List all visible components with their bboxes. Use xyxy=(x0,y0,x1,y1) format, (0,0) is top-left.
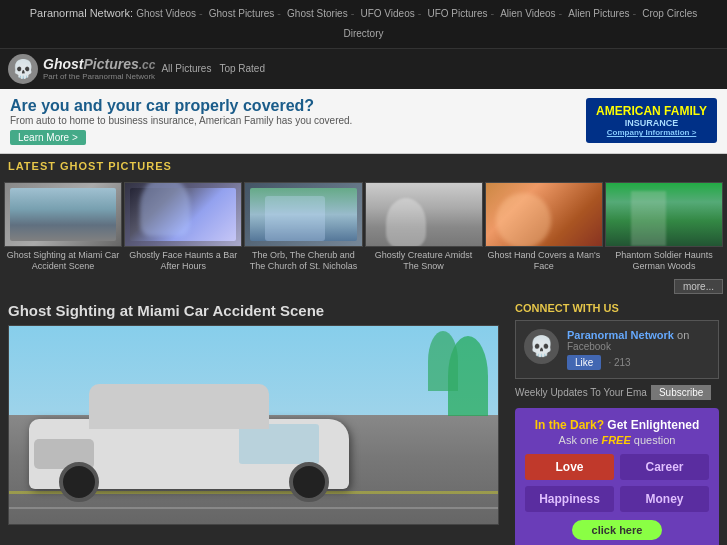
thumb-4[interactable]: Ghostly Creature Amidst The Snow xyxy=(365,182,483,273)
top-navigation: Paranormal Network: Ghost Videos- Ghost … xyxy=(0,0,727,49)
fb-like-button[interactable]: Like xyxy=(567,355,601,370)
site-logo[interactable]: 💀 GhostPictures.cc Part of the Paranorma… xyxy=(8,54,155,84)
fb-text-block: Paranormal Network on Facebook Like · 21… xyxy=(567,329,689,370)
thumb-image-5 xyxy=(485,182,603,247)
article-title: Ghost Sighting at Miami Car Accident Sce… xyxy=(8,302,499,319)
top-rated-link[interactable]: Top Rated xyxy=(219,63,265,74)
thumb-caption-6: Phantom Soldier Haunts German Woods xyxy=(605,250,723,273)
fb-platform-name: Facebook xyxy=(567,341,689,352)
enl-career[interactable]: Career xyxy=(620,454,709,480)
section-title: LATEST GHOST PICTURES xyxy=(0,154,727,178)
click-here-button[interactable]: click here xyxy=(572,520,663,540)
site-header: 💀 GhostPictures.cc Part of the Paranorma… xyxy=(0,49,727,89)
sub-ask: Ask one xyxy=(559,434,599,446)
ad-brand-sub: INSURANCE xyxy=(596,118,707,128)
thumb-5[interactable]: Ghost Hand Covers a Man's Face xyxy=(485,182,603,273)
thumbnail-grid: Ghost Sighting at Miami Car Accident Sce… xyxy=(0,178,727,277)
more-row: more... xyxy=(0,277,727,296)
thumb-caption-5: Ghost Hand Covers a Man's Face xyxy=(485,250,603,273)
fb-network-name: Paranormal Network on xyxy=(567,329,689,341)
nav-directory[interactable]: Directory xyxy=(343,28,383,39)
nav-ufo-pictures[interactable]: UFO Pictures xyxy=(427,8,487,19)
latest-suffix: GHOST PICTURES xyxy=(60,160,172,172)
fb-like-row: Like · 213 xyxy=(567,352,689,370)
thumb-image-1 xyxy=(4,182,122,247)
article-image xyxy=(8,325,499,525)
sub-question: question xyxy=(634,434,676,446)
nav-ghost-pictures[interactable]: Ghost Pictures xyxy=(209,8,275,19)
fb-platform: on xyxy=(677,329,689,341)
connect-title: CONNECT WITH US xyxy=(515,302,719,314)
advertisement-banner: Are you and your car properly covered? F… xyxy=(0,89,727,154)
connect-suffix: WITH US xyxy=(572,302,618,314)
fb-like-count: · 213 xyxy=(608,357,630,368)
fb-avatar: 💀 xyxy=(524,329,559,364)
ad-subtext: From auto to home to business insurance,… xyxy=(10,115,352,126)
header-links: All Pictures Top Rated xyxy=(161,63,265,74)
ad-learn-more[interactable]: Learn More > xyxy=(10,130,86,145)
thumb-6[interactable]: Phantom Soldier Haunts German Woods xyxy=(605,182,723,273)
enlightened-options: Love Career Happiness Money xyxy=(525,454,709,512)
thumb-caption-2: Ghostly Face Haunts a Bar After Hours xyxy=(124,250,242,273)
nav-alien-pictures[interactable]: Alien Pictures xyxy=(568,8,629,19)
thumb-caption-4: Ghostly Creature Amidst The Snow xyxy=(365,250,483,273)
enlightened-dark-text: In the Dark? xyxy=(535,418,604,432)
nav-ufo-videos[interactable]: UFO Videos xyxy=(360,8,414,19)
latest-prefix: LATEST xyxy=(8,160,56,172)
enlightened-box: In the Dark? Get Enlightened Ask one FRE… xyxy=(515,408,719,545)
nav-ghost-videos[interactable]: Ghost Videos xyxy=(136,8,196,19)
enl-money[interactable]: Money xyxy=(620,486,709,512)
thumb-1[interactable]: Ghost Sighting at Miami Car Accident Sce… xyxy=(4,182,122,273)
thumb-image-4 xyxy=(365,182,483,247)
thumb-2[interactable]: Ghostly Face Haunts a Bar After Hours xyxy=(124,182,242,273)
ad-brand-logo[interactable]: AMERICAN FAMILY INSURANCE Company Inform… xyxy=(586,98,717,143)
enlightened-subtitle: Ask one FREE question xyxy=(525,434,709,446)
all-pictures-link[interactable]: All Pictures xyxy=(161,63,211,74)
skull-icon: 💀 xyxy=(8,54,38,84)
sidebar: CONNECT WITH US 💀 Paranormal Network on … xyxy=(507,296,727,545)
connect-section: CONNECT WITH US 💀 Paranormal Network on … xyxy=(515,302,719,400)
thumb-caption-3: The Orb, The Cherub and The Church of St… xyxy=(244,250,362,273)
email-subscribe-row: Weekly Updates To Your Ema Subscribe xyxy=(515,385,719,400)
ad-brand-name: AMERICAN FAMILY xyxy=(596,104,707,118)
enl-love[interactable]: Love xyxy=(525,454,614,480)
nav-crop-circles[interactable]: Crop Circles xyxy=(642,8,697,19)
ad-headline: Are you and your car properly covered? xyxy=(10,97,352,115)
main-content: Ghost Sighting at Miami Car Accident Sce… xyxy=(0,296,727,545)
email-label: Weekly Updates To Your Ema xyxy=(515,387,647,398)
thumb-3[interactable]: The Orb, The Cherub and The Church of St… xyxy=(244,182,362,273)
nav-alien-videos[interactable]: Alien Videos xyxy=(500,8,555,19)
ad-text-block: Are you and your car properly covered? F… xyxy=(10,97,352,145)
logo-text: GhostPictures.cc xyxy=(43,57,155,72)
thumb-caption-1: Ghost Sighting at Miami Car Accident Sce… xyxy=(4,250,122,273)
connect-prefix: CONNECT xyxy=(515,302,569,314)
enl-happiness[interactable]: Happiness xyxy=(525,486,614,512)
article-section: Ghost Sighting at Miami Car Accident Sce… xyxy=(0,296,507,545)
nav-ghost-stories[interactable]: Ghost Stories xyxy=(287,8,348,19)
thumb-image-6 xyxy=(605,182,723,247)
more-button[interactable]: more... xyxy=(674,279,723,294)
facebook-box: 💀 Paranormal Network on Facebook Like · … xyxy=(515,320,719,379)
ad-company-info[interactable]: Company Information > xyxy=(596,128,707,137)
thumb-image-2 xyxy=(124,182,242,247)
subscribe-button[interactable]: Subscribe xyxy=(651,385,711,400)
sub-free: FREE xyxy=(601,434,630,446)
enlightened-light-text: Get Enlightened xyxy=(607,418,699,432)
enlightened-title: In the Dark? Get Enlightened xyxy=(525,418,709,432)
logo-subtitle: Part of the Paranormal Network xyxy=(43,72,155,81)
thumb-image-3 xyxy=(244,182,362,247)
nav-prefix: Paranormal Network: xyxy=(30,7,133,19)
